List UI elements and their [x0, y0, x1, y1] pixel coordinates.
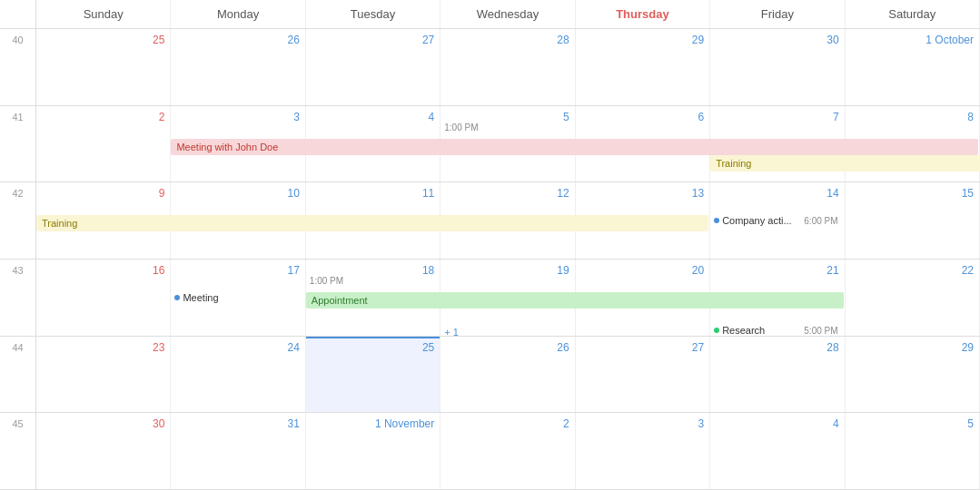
day-cell[interactable]: 4 — [306, 106, 441, 182]
week-row-43: 4316171819202122AppointmentMeeting1:00 P… — [0, 260, 980, 337]
day-cell[interactable]: 2 — [36, 106, 171, 182]
day-number: 2 — [38, 108, 168, 127]
day-number: 20 — [578, 261, 708, 280]
day-cell[interactable]: 24 — [171, 337, 305, 413]
day-number: 9 — [38, 184, 168, 203]
day-cell[interactable]: 25 — [36, 29, 171, 105]
day-number: 28 — [442, 31, 572, 50]
week-num-cell: 44 — [0, 337, 36, 413]
calendar-body: 402526272829301 October412345678Meeting … — [0, 29, 980, 490]
day-cell[interactable]: 15 — [846, 182, 980, 259]
day-header-thursday: Thursday — [576, 0, 710, 28]
day-number: 24 — [173, 338, 302, 358]
day-cell[interactable]: 3 — [171, 106, 305, 182]
day-cell[interactable]: 16 — [36, 260, 171, 336]
day-header-sunday: Sunday — [36, 0, 171, 28]
week-num-cell: 45 — [0, 413, 36, 489]
day-cell[interactable]: 20 — [576, 260, 710, 336]
day-number: 25 — [38, 31, 168, 50]
week-row-42: 429101112131415TrainingCompany acti...6:… — [0, 182, 980, 260]
week-row-45: 4530311 November2345 — [0, 413, 980, 490]
day-cell[interactable]: 26 — [171, 29, 305, 105]
day-number: 28 — [712, 338, 842, 358]
day-cell[interactable]: 5 — [846, 413, 980, 489]
day-number: 3 — [173, 108, 302, 127]
day-cell[interactable]: 12 — [441, 182, 575, 259]
week-num-cell: 41 — [0, 106, 36, 182]
day-number: 29 — [578, 31, 708, 50]
month-label: October — [932, 34, 974, 46]
week-num-cell: 40 — [0, 29, 36, 105]
day-number: 14 — [712, 184, 842, 203]
day-cell[interactable]: 27 — [576, 337, 710, 413]
day-cell[interactable]: 29 — [846, 337, 980, 413]
day-number: 1 October — [847, 31, 977, 50]
day-cell[interactable]: 26 — [441, 337, 575, 413]
day-header-wednesday: Wednesday — [441, 0, 575, 28]
day-cell[interactable]: 28 — [441, 29, 575, 105]
day-cell[interactable]: 27 — [306, 29, 441, 105]
day-cell[interactable]: 13 — [576, 182, 710, 259]
day-number: 18 — [308, 261, 438, 280]
day-number: 26 — [173, 31, 302, 50]
day-cell[interactable]: 11 — [306, 182, 441, 259]
day-cell[interactable]: 18 — [306, 260, 441, 336]
day-header-tuesday: Tuesday — [306, 0, 441, 28]
day-cell[interactable]: 30 — [36, 413, 171, 489]
day-cell[interactable]: 28 — [710, 337, 845, 413]
day-number: 31 — [173, 415, 302, 434]
day-number: 5 — [847, 415, 977, 434]
week-row-40: 402526272829301 October — [0, 29, 980, 106]
day-cell[interactable]: 3 — [576, 413, 710, 489]
day-cell[interactable]: 7 — [710, 106, 845, 182]
day-number: 11 — [308, 184, 438, 203]
calendar-header: SundayMondayTuesdayWednesdayThursdayFrid… — [0, 0, 980, 29]
day-cell[interactable]: 30 — [710, 29, 845, 105]
day-cell[interactable]: 23 — [36, 337, 171, 413]
day-cell[interactable]: 25 — [306, 337, 441, 413]
day-number: 12 — [442, 184, 572, 203]
day-cell[interactable]: 31 — [171, 413, 305, 489]
day-cell[interactable]: 14 — [710, 182, 845, 259]
weeks-grid: 402526272829301 October412345678Meeting … — [0, 29, 980, 490]
day-number: 17 — [173, 261, 302, 280]
day-cell[interactable]: 19 — [441, 260, 575, 336]
day-number: 3 — [578, 415, 708, 434]
calendar-container: SundayMondayTuesdayWednesdayThursdayFrid… — [0, 0, 980, 490]
day-number: 10 — [173, 184, 302, 203]
day-number: 2 — [442, 415, 572, 434]
day-number: 4 — [712, 415, 842, 434]
day-cell[interactable]: 1 November — [306, 413, 441, 489]
day-cell[interactable]: 29 — [576, 29, 710, 105]
day-number: 6 — [578, 108, 708, 127]
day-cell[interactable]: 1 October — [846, 29, 980, 105]
day-header-monday: Monday — [171, 0, 305, 28]
day-number: 27 — [308, 31, 438, 50]
week-num-header — [0, 0, 36, 28]
week-num-cell: 43 — [0, 260, 36, 336]
week-row-44: 4423242526272829 — [0, 337, 980, 414]
day-number: 15 — [847, 184, 977, 203]
day-number: 25 — [308, 338, 438, 358]
day-cell[interactable]: 2 — [441, 413, 575, 489]
day-cell[interactable]: 4 — [710, 413, 845, 489]
day-cell[interactable]: 6 — [576, 106, 710, 182]
day-number: 1 November — [308, 415, 438, 434]
day-number: 21 — [712, 261, 842, 280]
day-cell[interactable]: 17 — [171, 260, 305, 336]
day-number: 22 — [847, 261, 977, 280]
day-cell[interactable]: 10 — [171, 182, 305, 259]
day-cell[interactable]: 9 — [36, 182, 171, 259]
day-cell[interactable]: 22 — [846, 260, 980, 336]
day-cell[interactable]: 5 — [441, 106, 575, 182]
day-cell[interactable]: 21 — [710, 260, 845, 336]
day-number: 30 — [712, 31, 842, 50]
day-header-saturday: Saturday — [846, 0, 980, 28]
day-number: 13 — [578, 184, 708, 203]
day-number: 16 — [38, 261, 168, 280]
day-cell[interactable]: 8 — [846, 106, 980, 182]
week-num-cell: 42 — [0, 182, 36, 259]
day-number: 5 — [442, 108, 572, 127]
day-number: 19 — [442, 261, 572, 280]
day-header-friday: Friday — [710, 0, 845, 28]
